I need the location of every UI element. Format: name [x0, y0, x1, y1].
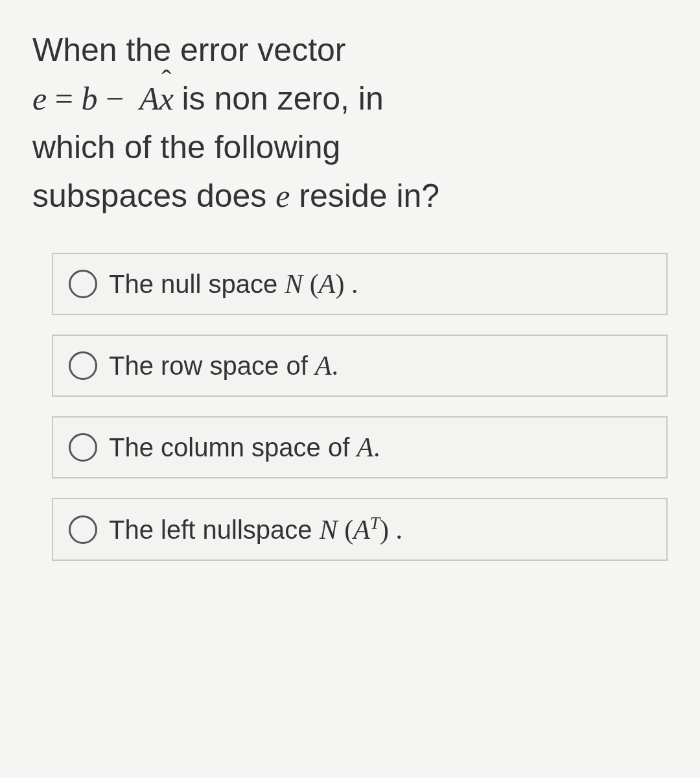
option-a[interactable]: The null space N (A) . — [52, 253, 668, 315]
question-line4-prefix: subspaces does — [32, 178, 275, 214]
option-a-label: The null space N (A) . — [109, 268, 358, 300]
option-b[interactable]: The row space of A. — [52, 335, 668, 397]
eq-equals: = — [47, 80, 81, 117]
eq-A: A — [139, 80, 159, 117]
radio-icon — [69, 351, 97, 380]
question-line1: When the error vector — [32, 32, 346, 68]
question-line4-var: e — [275, 178, 290, 214]
radio-icon — [69, 270, 97, 298]
question-line3: which of the following — [32, 129, 340, 165]
hat-icon: ˆ — [159, 58, 174, 102]
eq-b: b — [81, 80, 97, 117]
eq-e: e — [32, 80, 47, 117]
option-c[interactable]: The column space of A. — [52, 416, 668, 478]
quiz-container: When the error vector e = b − Aˆx is non… — [0, 0, 700, 561]
eq-xhat: ˆx — [159, 75, 174, 123]
option-d-label: The left nullspace N (AT) . — [109, 513, 402, 545]
equation: e = b − Aˆx — [32, 80, 181, 117]
options-list: The null space N (A) . The row space of … — [32, 253, 674, 561]
question-text: When the error vector e = b − Aˆx is non… — [32, 26, 674, 220]
eq-minus: − — [97, 80, 132, 117]
radio-icon — [69, 515, 97, 544]
option-c-label: The column space of A. — [109, 432, 380, 463]
question-line2-suffix: is non zero, in — [181, 80, 383, 117]
question-line4-suffix: reside in? — [290, 178, 439, 214]
option-d[interactable]: The left nullspace N (AT) . — [52, 498, 668, 561]
radio-icon — [69, 433, 97, 462]
option-b-label: The row space of A. — [109, 350, 338, 381]
